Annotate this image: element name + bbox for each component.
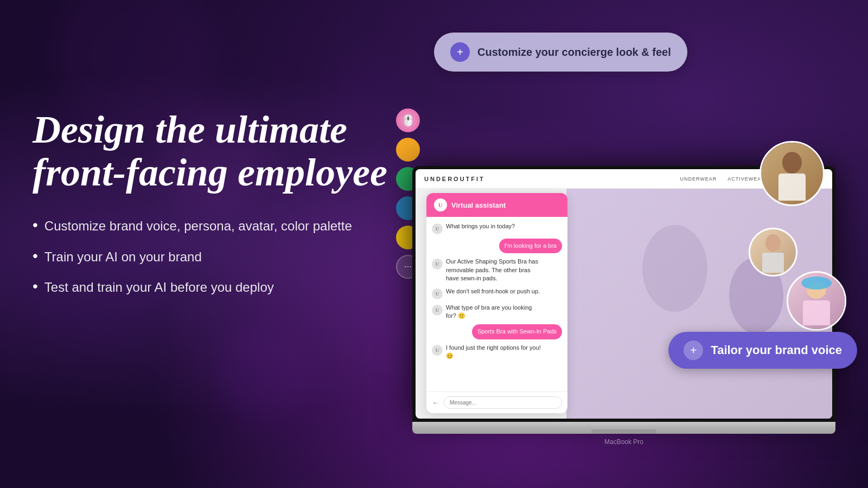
headline: Design the ultimate front-facing employe… <box>33 108 423 194</box>
feature-list: Customize brand voice, persona, avatar, … <box>33 216 423 298</box>
chat-message-input[interactable] <box>444 396 562 409</box>
site-logo: UNDEROUTFIT <box>424 176 485 182</box>
bot-avatar-3: U <box>432 288 443 299</box>
bot-avatar-2: U <box>432 259 443 269</box>
message-row-1: U What brings you in today? <box>432 222 562 234</box>
customize-icon: + <box>450 42 470 62</box>
bot-message-2: Our Active Shaping Sports Bra has remova… <box>446 258 544 282</box>
message-row-2: I'm looking for a bra <box>432 239 562 253</box>
chat-input-row: ← <box>426 391 567 413</box>
svg-point-4 <box>765 234 781 252</box>
message-row-7: U I found just the right options for you… <box>432 344 562 361</box>
svg-rect-3 <box>778 174 806 201</box>
laptop-mockup: UNDEROUTFIT UNDERWEAR ACTIVEWEAR CAMI'S … <box>412 166 835 434</box>
bot-message-4: What type of bra are you looking for? 🙂 <box>446 304 544 320</box>
bot-avatar-4: U <box>432 305 443 316</box>
message-row-3: U Our Active Shaping Sports Bra has remo… <box>432 258 562 282</box>
svg-point-7 <box>801 277 832 290</box>
message-row-4: U We don't sell front-hook or push up. <box>432 287 562 299</box>
chat-widget: U Virtual assistant U What brings you in… <box>426 193 567 413</box>
macbook-label: MacBook Pro <box>604 438 643 446</box>
svg-point-0 <box>642 225 707 312</box>
bot-avatar-5: U <box>432 345 443 356</box>
bullet-item-3: Test and train your AI before you deploy <box>33 277 423 298</box>
svg-point-2 <box>782 152 802 174</box>
chat-messages: U What brings you in today? I'm looking … <box>426 217 567 391</box>
chat-avatar-icon: U <box>434 198 447 211</box>
user-message-2: Sports Bra with Sewn-In Pads <box>472 324 562 339</box>
laptop-notch <box>591 429 656 434</box>
chat-header: U Virtual assistant <box>426 193 567 217</box>
headline-line2: front-facing employee <box>33 151 387 194</box>
screen-content: UNDEROUTFIT UNDERWEAR ACTIVEWEAR CAMI'S … <box>416 169 832 419</box>
tailor-tooltip: + Tailor your brand voice <box>668 332 857 369</box>
bot-message-5: I found just the right options for you! … <box>446 344 544 361</box>
nav-underwear: UNDERWEAR <box>680 176 717 182</box>
bullet-item-1: Customize brand voice, persona, avatar, … <box>33 216 423 236</box>
message-row-6: Sports Bra with Sewn-In Pads <box>432 324 562 339</box>
tailor-icon: + <box>684 341 703 360</box>
tailor-tooltip-text: Tailor your brand voice <box>711 343 842 357</box>
customize-tooltip: + Customize your concierge look & feel <box>434 33 687 72</box>
headline-line1: Design the ultimate <box>33 108 347 151</box>
chat-header-title: Virtual assistant <box>451 201 506 209</box>
model-photo-3 <box>787 271 846 331</box>
bot-message-1: What brings you in today? <box>446 222 515 230</box>
palette-cursor: 🖱️ <box>396 108 420 132</box>
laptop-screen: UNDEROUTFIT UNDERWEAR ACTIVEWEAR CAMI'S … <box>412 166 835 422</box>
user-message-1: I'm looking for a bra <box>499 239 562 253</box>
customize-tooltip-text: Customize your concierge look & feel <box>477 45 671 59</box>
message-row-5: U What type of bra are you looking for? … <box>432 304 562 320</box>
model-photo-2 <box>749 228 797 277</box>
bot-message-3: We don't sell front-hook or push up. <box>446 287 540 296</box>
model-photo-1 <box>760 141 825 206</box>
bullet-item-2: Train your AI on your brand <box>33 247 423 267</box>
right-section: + Customize your concierge look & feel 🖱… <box>380 0 868 488</box>
bot-avatar-1: U <box>432 223 443 234</box>
back-arrow-icon[interactable]: ← <box>432 399 439 407</box>
laptop-base <box>412 422 835 434</box>
left-content: Design the ultimate front-facing employe… <box>33 108 423 308</box>
svg-rect-5 <box>762 253 784 273</box>
svg-rect-8 <box>803 300 830 325</box>
color-dot-orange[interactable] <box>396 138 420 162</box>
